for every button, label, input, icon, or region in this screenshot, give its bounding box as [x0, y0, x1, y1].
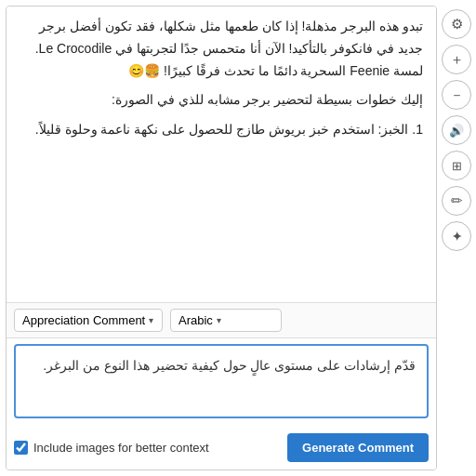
content-scroll-area[interactable]: تبدو هذه البرجر مذهلة! إذا كان طعمها مثل…: [7, 7, 436, 303]
main-container: تبدو هذه البرجر مذهلة! إذا كان طعمها مثل…: [0, 0, 476, 476]
language-dropdown[interactable]: Arabic ▾: [170, 309, 282, 332]
content-paragraph-3: 1. الخبز: استخدم خبز بريوش طازج للحصول ع…: [20, 119, 423, 141]
include-images-text: Include images for better context: [33, 441, 209, 455]
main-panel: تبدو هذه البرجر مذهلة! إذا كان طعمها مثل…: [6, 6, 437, 470]
side-icon-panel: ⚙ ＋ － 🔊 ⊞ ✏ ✦: [437, 0, 476, 476]
language-label: Arabic: [178, 313, 213, 327]
comment-type-chevron: ▾: [149, 315, 153, 325]
include-images-checkbox[interactable]: [14, 441, 28, 455]
edit-icon[interactable]: ✏: [442, 186, 471, 216]
settings-icon[interactable]: ⚙: [442, 9, 471, 39]
textarea-wrapper: [7, 338, 436, 428]
toolbar-row: Appreciation Comment ▾ Arabic ▾: [7, 303, 436, 338]
include-images-label[interactable]: Include images for better context: [14, 441, 209, 455]
bottom-row: Include images for better context Genera…: [7, 428, 436, 469]
generate-comment-button[interactable]: Generate Comment: [287, 433, 429, 462]
ai-icon[interactable]: ✦: [442, 221, 471, 251]
content-paragraph-1: تبدو هذه البرجر مذهلة! إذا كان طعمها مثل…: [20, 16, 423, 82]
comment-textarea[interactable]: [14, 344, 429, 418]
comment-type-label: Appreciation Comment: [22, 313, 145, 327]
volume-icon[interactable]: 🔊: [442, 115, 471, 145]
content-paragraph-2: إليك خطوات بسيطة لتحضير برجر مشابه للذي …: [20, 89, 423, 112]
minus-icon[interactable]: －: [442, 80, 471, 110]
layers-icon[interactable]: ⊞: [442, 151, 471, 180]
comment-type-dropdown[interactable]: Appreciation Comment ▾: [14, 309, 163, 332]
plus-icon[interactable]: ＋: [442, 45, 471, 74]
language-chevron: ▾: [217, 315, 221, 325]
